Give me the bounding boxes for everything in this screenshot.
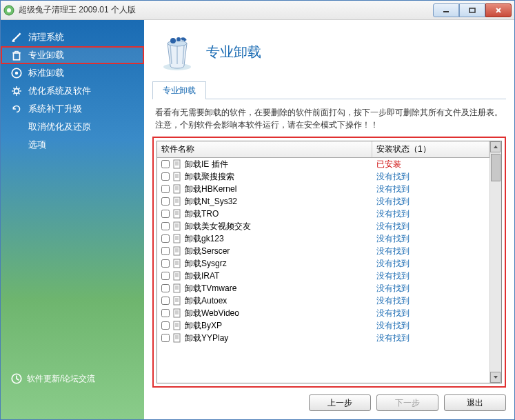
sidebar-item-4[interactable]: 系统补丁升级 xyxy=(1,100,144,118)
update-icon xyxy=(10,372,23,385)
maximize-button[interactable] xyxy=(459,3,485,17)
document-icon xyxy=(172,197,182,206)
svg-rect-23 xyxy=(174,234,180,243)
document-icon xyxy=(172,159,182,169)
table-row[interactable]: 卸载Sysgrz没有找到 xyxy=(157,257,489,270)
svg-rect-19 xyxy=(174,185,180,193)
scroll-up-button[interactable] xyxy=(490,141,501,152)
cell-name: 卸载Sysgrz xyxy=(157,258,372,270)
software-name: 卸载美女视频交友 xyxy=(185,221,251,232)
window-title: 超级兔子清理王 2009.01 个人版 xyxy=(19,4,433,16)
cell-name: 卸载Serscer xyxy=(157,246,372,257)
sidebar-item-label: 选项 xyxy=(28,139,46,151)
sidebar-item-1[interactable]: 专业卸载 xyxy=(1,46,144,64)
software-name: 卸载Sysgrz xyxy=(185,258,227,270)
install-status: 没有找到 xyxy=(372,283,489,294)
row-checkbox[interactable] xyxy=(161,321,170,330)
sidebar-item-label: 系统补丁升级 xyxy=(28,103,82,115)
software-table-highlight: 软件名称 安装状态（1） 卸载IE 插件已安装卸载聚搜搜索没有找到卸载HBKer… xyxy=(152,137,506,388)
software-name: 卸载IE 插件 xyxy=(185,159,228,170)
software-name: 卸载gk123 xyxy=(185,233,224,245)
svg-rect-25 xyxy=(174,259,180,268)
sidebar-item-2[interactable]: 标准卸载 xyxy=(1,64,144,82)
document-icon xyxy=(172,296,182,306)
scroll-thumb[interactable] xyxy=(491,154,501,181)
close-button[interactable] xyxy=(485,3,512,17)
row-checkbox[interactable] xyxy=(161,284,170,292)
table-body: 卸载IE 插件已安装卸载聚搜搜索没有找到卸载HBKernel没有找到卸载Nt_S… xyxy=(157,158,489,383)
table-row[interactable]: 卸载Autoex没有找到 xyxy=(157,294,489,307)
svg-point-1 xyxy=(7,8,11,12)
table-row[interactable]: 卸载gk123没有找到 xyxy=(157,232,489,245)
table-row[interactable]: 卸载TVmware没有找到 xyxy=(157,282,489,294)
row-checkbox[interactable] xyxy=(161,222,170,230)
row-checkbox[interactable] xyxy=(161,210,170,218)
titlebar: 超级兔子清理王 2009.01 个人版 xyxy=(1,1,514,20)
table-row[interactable]: 卸载Nt_Sys32没有找到 xyxy=(157,195,489,208)
column-install-status[interactable]: 安装状态（1） xyxy=(372,141,489,157)
table-row[interactable]: 卸载TRO没有找到 xyxy=(157,208,489,220)
svg-point-10 xyxy=(15,72,19,75)
cell-name: 卸载美女视频交友 xyxy=(157,221,372,232)
document-icon xyxy=(172,259,182,268)
sidebar-item-0[interactable]: 清理系统 xyxy=(1,28,144,46)
row-checkbox[interactable] xyxy=(161,197,170,206)
row-checkbox[interactable] xyxy=(161,172,170,181)
software-name: 卸载HBKernel xyxy=(185,183,236,195)
document-icon xyxy=(172,246,182,256)
row-checkbox[interactable] xyxy=(161,334,170,342)
table-row[interactable]: 卸载WebVideo没有找到 xyxy=(157,307,489,319)
row-checkbox[interactable] xyxy=(161,247,170,255)
sidebar-item-6[interactable]: 选项 xyxy=(1,136,144,154)
install-status: 已安装 xyxy=(372,159,489,170)
software-name: 卸载TRO xyxy=(185,208,219,220)
cell-name: 卸载Nt_Sys32 xyxy=(157,196,372,208)
row-checkbox[interactable] xyxy=(161,160,170,168)
app-icon xyxy=(3,5,14,16)
window-controls xyxy=(433,3,512,17)
vertical-scrollbar[interactable] xyxy=(489,141,501,383)
row-checkbox[interactable] xyxy=(161,272,170,280)
scroll-down-button[interactable] xyxy=(490,372,501,383)
svg-point-15 xyxy=(170,38,176,43)
table-row[interactable]: 卸载ByXP没有找到 xyxy=(157,319,489,332)
document-icon xyxy=(172,234,182,243)
table-row[interactable]: 卸载美女视频交友没有找到 xyxy=(157,220,489,232)
table-row[interactable]: 卸载HBKernel没有找到 xyxy=(157,183,489,195)
table-row[interactable]: 卸载聚搜搜索没有找到 xyxy=(157,170,489,183)
row-checkbox[interactable] xyxy=(161,309,170,317)
svg-rect-30 xyxy=(174,321,180,330)
minimize-button[interactable] xyxy=(433,3,459,17)
software-name: 卸载Autoex xyxy=(185,295,227,307)
sidebar-footer-label: 软件更新/论坛交流 xyxy=(27,373,95,385)
next-button[interactable]: 下一步 xyxy=(376,394,438,411)
sidebar-item-3[interactable]: 优化系统及软件 xyxy=(1,82,144,100)
svg-rect-28 xyxy=(174,297,180,305)
table-row[interactable]: 卸载IE 插件已安装 xyxy=(157,158,489,170)
sidebar-item-label: 标准卸载 xyxy=(28,67,64,79)
install-status: 没有找到 xyxy=(372,332,489,344)
sidebar-item-label: 优化系统及软件 xyxy=(28,85,91,97)
software-name: 卸载YYPlay xyxy=(185,332,228,344)
table-row[interactable]: 卸载YYPlay没有找到 xyxy=(157,332,489,344)
gear-icon xyxy=(10,85,23,97)
sidebar-footer-link[interactable]: 软件更新/论坛交流 xyxy=(10,372,95,385)
row-checkbox[interactable] xyxy=(161,234,170,243)
tab-strip: 专业卸载 xyxy=(152,81,506,99)
row-checkbox[interactable] xyxy=(161,297,170,305)
install-status: 没有找到 xyxy=(372,308,489,319)
exit-button[interactable]: 退出 xyxy=(444,394,506,411)
table-header: 软件名称 安装状态（1） xyxy=(157,141,489,158)
tab-uninstall[interactable]: 专业卸载 xyxy=(152,81,206,99)
svg-rect-8 xyxy=(15,51,19,52)
disc-icon xyxy=(10,67,23,79)
document-icon xyxy=(172,333,182,343)
column-software-name[interactable]: 软件名称 xyxy=(157,141,372,157)
row-checkbox[interactable] xyxy=(161,185,170,193)
cell-name: 卸载Autoex xyxy=(157,295,372,307)
sidebar-item-5[interactable]: 取消优化及还原 xyxy=(1,118,144,136)
table-row[interactable]: 卸载Serscer没有找到 xyxy=(157,245,489,257)
row-checkbox[interactable] xyxy=(161,259,170,268)
table-row[interactable]: 卸载IRAT没有找到 xyxy=(157,270,489,282)
prev-button[interactable]: 上一步 xyxy=(309,394,371,411)
